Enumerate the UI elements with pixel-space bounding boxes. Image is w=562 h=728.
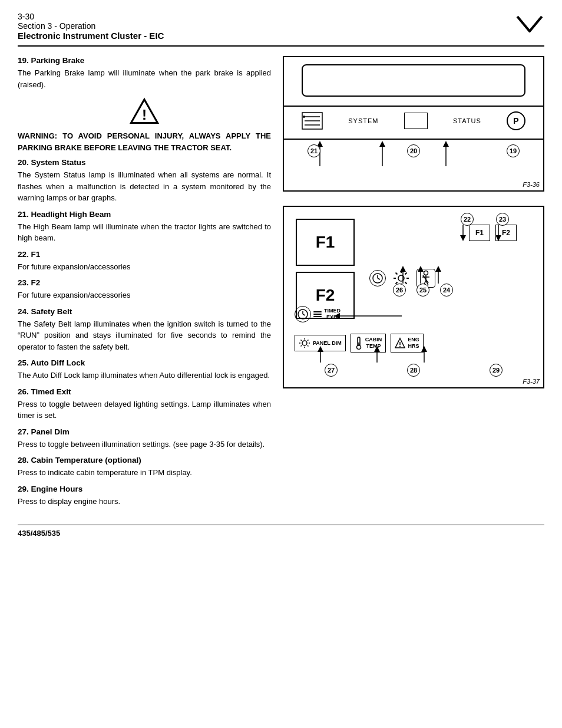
page-container: 3-30 Section 3 - Operation Electronic In… xyxy=(0,0,562,549)
svg-line-50 xyxy=(301,345,302,347)
arrow-23-down xyxy=(492,225,504,242)
svg-marker-41 xyxy=(334,313,340,319)
left-column: 19. Parking Brake The Parking Brake lamp… xyxy=(18,56,271,513)
callout-29: 29 xyxy=(490,364,503,377)
svg-point-6 xyxy=(303,116,305,118)
arrow-29-up xyxy=(418,346,430,364)
fig-label-top: F3-36 xyxy=(523,181,540,188)
system-label: SYSTEM xyxy=(348,117,378,124)
heading-27: 27. Panel Dim xyxy=(18,427,271,436)
heading-22: 22. F1 xyxy=(18,250,271,259)
arrow-25 xyxy=(415,266,427,286)
clock-icon xyxy=(369,270,386,286)
display-rect xyxy=(302,64,525,97)
heading-28: 28. Cabin Temperature (optional) xyxy=(18,456,271,465)
section-20: 20. System Status The System Status lamp… xyxy=(18,158,271,204)
warning-text: WARNING: TO AVOID PERSONAL INJURY, ALWAY… xyxy=(18,130,271,153)
page-header: 3-30 Section 3 - Operation Electronic In… xyxy=(18,12,544,47)
arrow-22-down xyxy=(457,225,469,242)
section-29: 29. Engine Hours Press to display engine… xyxy=(18,485,271,508)
center-rect xyxy=(404,113,428,129)
page-title: Electronic Instrument Cluster - EIC xyxy=(18,31,164,41)
heading-24: 24. Safety Belt xyxy=(18,307,271,316)
panel-dim-icon xyxy=(299,338,310,348)
section-label: Section 3 - Operation xyxy=(18,21,164,31)
callouts-bottom-row: 27 28 29 xyxy=(290,364,537,377)
text-22: For future expansion/accessories xyxy=(18,261,271,273)
header-left: 3-30 Section 3 - Operation Electronic In… xyxy=(18,12,164,41)
list-icon-group xyxy=(302,112,323,130)
section-25: 25. Auto Diff Lock The Auto Diff Lock la… xyxy=(18,358,271,381)
text-21: The High Beam lamp will illuminate when … xyxy=(18,221,271,244)
svg-line-39 xyxy=(303,314,305,315)
callout-19: 19 xyxy=(507,144,520,157)
section-19: 19. Parking Brake The Parking Brake lamp… xyxy=(18,56,271,90)
svg-point-42 xyxy=(302,341,307,345)
eng-hrs-label: ENGHRS xyxy=(408,337,419,350)
callout-23: 23 xyxy=(496,213,509,226)
text-27: Press to toggle between illumination set… xyxy=(18,439,271,450)
svg-line-49 xyxy=(308,340,309,341)
separator-line-1 xyxy=(284,106,543,107)
page-footer: 435/485/535 xyxy=(18,525,544,538)
heading-23: 23. F2 xyxy=(18,278,271,287)
brand-logo-area xyxy=(509,12,544,35)
svg-marker-36 xyxy=(435,266,441,272)
section-21: 21. Headlight High Beam The High Beam la… xyxy=(18,210,271,244)
callout-row-top: 21 20 19 xyxy=(290,144,537,157)
text-28: Press to indicate cabin temperature in T… xyxy=(18,467,271,479)
eng-hrs-icon xyxy=(395,337,405,349)
section-23: 23. F2 For future expansion/accessories xyxy=(18,278,271,301)
warning-triangle-icon: ! xyxy=(129,96,160,127)
svg-line-15 xyxy=(378,278,380,279)
timed-clock-icon xyxy=(295,306,311,322)
parking-p-label: P xyxy=(513,116,518,126)
diagram-top: SYSTEM STATUS P xyxy=(283,56,544,192)
thermometer-icon xyxy=(355,337,363,350)
section-28: 28. Cabin Temperature (optional) Press t… xyxy=(18,456,271,479)
section-22: 22. F1 For future expansion/accessories xyxy=(18,250,271,273)
text-19: The Parking Brake lamp will illuminate w… xyxy=(18,67,271,90)
timed-exit-icon xyxy=(295,306,322,322)
small-f1-box: F1 xyxy=(469,225,490,241)
parking-icon: P xyxy=(507,111,525,130)
list-icon xyxy=(302,112,323,130)
page-number: 3-30 xyxy=(18,12,164,21)
svg-marker-64 xyxy=(460,235,466,241)
heading-29: 29. Engine Hours xyxy=(18,485,271,493)
svg-text:!: ! xyxy=(142,107,147,123)
svg-point-56 xyxy=(399,346,401,347)
text-29: Press to display engine hours. xyxy=(18,496,271,508)
bot-diagram-inner: F1 F2 F1 F2 xyxy=(284,207,543,387)
text-25: The Auto Diff Lock lamp illuminates when… xyxy=(18,370,271,381)
arrow-28-up xyxy=(371,346,383,364)
callout-20: 20 xyxy=(407,144,420,157)
arrow-24 xyxy=(432,266,444,286)
arrow-26 xyxy=(397,266,409,286)
brand-logo-icon xyxy=(515,14,544,34)
svg-marker-34 xyxy=(418,266,424,272)
text-24: The Safety Belt lamp illuminates when th… xyxy=(18,318,271,353)
footer-model: 435/485/535 xyxy=(18,529,60,538)
arrow-timed-exit xyxy=(334,310,405,322)
svg-marker-32 xyxy=(400,266,406,272)
diagram-bottom: F1 F2 F1 F2 xyxy=(283,206,544,388)
section-24: 24. Safety Belt The Safety Belt lamp ill… xyxy=(18,307,271,353)
section-27: 27. Panel Dim Press to toggle between il… xyxy=(18,427,271,450)
timed-exit-lines xyxy=(313,311,322,317)
fig-label-bottom: F3-37 xyxy=(523,378,540,385)
panel-dim-label: PANEL DIM xyxy=(313,340,342,346)
heading-26: 26. Timed Exit xyxy=(18,387,271,396)
heading-19: 19. Parking Brake xyxy=(18,56,271,65)
content-area: 19. Parking Brake The Parking Brake lamp… xyxy=(18,56,544,513)
right-column: SYSTEM STATUS P xyxy=(283,56,544,513)
large-f1-box: F1 xyxy=(296,219,355,266)
text-26: Press to toggle between delayed lighting… xyxy=(18,398,271,421)
svg-marker-66 xyxy=(495,235,501,241)
status-label: STATUS xyxy=(453,117,481,124)
svg-line-47 xyxy=(301,340,302,341)
warning-block: ! WARNING: TO AVOID PERSONAL INJURY, ALW… xyxy=(18,96,271,153)
bottom-buttons-row: PANEL DIM CABINTEMP xyxy=(295,334,537,353)
svg-marker-60 xyxy=(374,346,380,352)
arrow-27-up xyxy=(315,346,326,364)
